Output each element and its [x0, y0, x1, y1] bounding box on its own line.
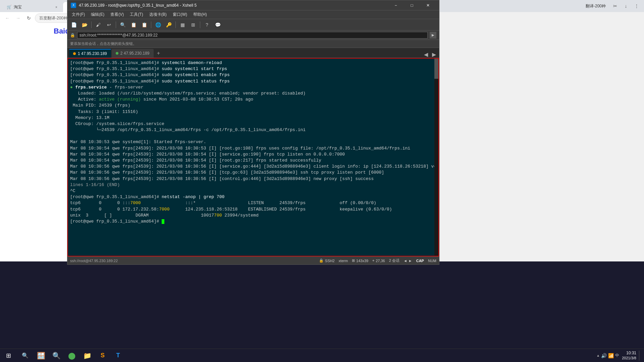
forward-button[interactable]: →: [13, 13, 23, 23]
taskbar-app-sublime[interactable]: S: [95, 349, 110, 362]
toolbar-undo[interactable]: ↩: [104, 20, 114, 29]
download-icon[interactable]: ↓: [621, 1, 631, 11]
language-icon[interactable]: 中: [615, 353, 619, 358]
taskbar-app-chrome[interactable]: ⬤: [64, 349, 79, 362]
maximize-button[interactable]: □: [404, 0, 420, 10]
xshell-titlebar: X 47.95.230.189 - root@qwe:/opt/frp_0.35…: [67, 0, 439, 10]
term-line-13: Mar 08 10:30:53 qwe systemd[1]: Started …: [70, 139, 436, 145]
term-line-18: Mar 08 10:30:56 qwe frps[24539]: 2021/03…: [70, 170, 436, 176]
session-tabs: 1 47.95.230.189 2 47.95.230.189 + ◀ ▶: [67, 48, 439, 58]
toolbar-new[interactable]: 📄: [69, 20, 78, 29]
taobao-tab-close[interactable]: ×: [54, 4, 59, 10]
term-line-8: Tasks: 3 (limit: 11516): [70, 109, 436, 115]
term-line-15: Mar 08 10:30:54 qwe frps[24539]: 2021/03…: [70, 152, 436, 158]
menu-edit[interactable]: 编辑(E): [88, 11, 107, 18]
toolbar-sep4: [175, 21, 176, 28]
status-sessions: 2 会话: [389, 258, 399, 263]
menu-tab[interactable]: 选项卡(B): [147, 11, 169, 18]
term-line-19: Mar 08 10:30:56 qwe frps[24539]: 2021/03…: [70, 176, 436, 182]
status-ssh-label: SSH2: [325, 259, 335, 263]
scissors-icon[interactable]: ✂: [610, 1, 620, 11]
more-icon[interactable]: ⋮: [632, 1, 641, 11]
term-line-4: ● frps.service - frps-server: [70, 84, 436, 90]
nav-left-icon[interactable]: ◄: [404, 259, 407, 263]
menu-window[interactable]: 窗口(W): [170, 11, 190, 18]
close-button[interactable]: ✕: [420, 0, 436, 10]
term-line-14: Mar 08 10:30:54 qwe frps[24539]: 2021/03…: [70, 145, 436, 152]
reload-button[interactable]: ↻: [24, 13, 34, 23]
status-connection: ssh://root@47.95.230.189:22: [70, 259, 118, 263]
speaker-icon[interactable]: 🔊: [601, 353, 607, 358]
term-line-21: ^C: [70, 188, 436, 194]
tab-2-label: 2 47.95.230.189: [120, 51, 150, 56]
network-icon[interactable]: 📶: [608, 353, 614, 358]
tab-scroll-right[interactable]: ▶: [431, 51, 437, 58]
show-desktop-button[interactable]: [639, 351, 641, 361]
xshell-toolbar: 📄 📂 🖌 ↩ 🔍 📋 📋 🌐 🔑 ▦ ⊞ ? 💬: [67, 19, 439, 31]
new-tab-button[interactable]: +: [154, 49, 163, 58]
tab-dot-2: [116, 52, 118, 55]
num-label: NUM: [428, 259, 436, 263]
address-input[interactable]: [77, 32, 428, 39]
taobao-tab-label: 淘宝: [14, 4, 22, 10]
menu-view[interactable]: 查看(V): [108, 11, 126, 18]
toolbar-key[interactable]: 🔑: [164, 20, 173, 29]
xshell-title-area: X 47.95.230.189 - root@qwe:/opt/frp_0.35…: [71, 3, 197, 8]
nav-right-icon[interactable]: ►: [409, 259, 412, 263]
back-button[interactable]: ←: [3, 13, 12, 23]
term-line-5: Loaded: loaded (/usr/lib/systemd/system/…: [70, 90, 436, 97]
address-go-button[interactable]: ▶: [430, 32, 436, 39]
taskbar-app-search[interactable]: 🔍: [49, 349, 64, 362]
toolbar-grid[interactable]: ⊞: [189, 20, 198, 29]
cap-label: CAP: [416, 259, 424, 263]
taskbar-app-filemanager[interactable]: 📁: [80, 349, 95, 362]
toolbar-connect[interactable]: 🌐: [153, 20, 163, 29]
toolbar-open[interactable]: 📂: [80, 20, 89, 29]
search-icon: 🔍: [22, 352, 29, 359]
toolbar-brush[interactable]: 🖌: [94, 20, 103, 29]
terminal-area[interactable]: [root@qwe frp_0.35.1_linux_amd64]# syste…: [67, 58, 439, 256]
toolbar-session[interactable]: 🔍: [118, 20, 127, 29]
xshell-title-text: 47.95.230.189 - root@qwe:/opt/frp_0.35.1…: [79, 3, 197, 8]
status-cap: CAP: [416, 259, 424, 263]
status-nav: ◄ ►: [404, 259, 412, 263]
taskbar-app-explorer[interactable]: 🪟: [34, 349, 48, 362]
terminal-scrollbar[interactable]: [434, 59, 438, 256]
taskbar-clock[interactable]: 10:31 2021/3/8: [622, 351, 636, 361]
browser-tab-taobao[interactable]: 🛒 淘宝 ×: [3, 2, 63, 12]
term-line-3: [root@qwe frp_0.35.1_linux_amd64]# sudo …: [70, 78, 436, 84]
status-position: ⌖ 27,36: [372, 258, 385, 263]
minimize-button[interactable]: −: [388, 0, 404, 10]
session-tab-1[interactable]: 1 47.95.230.189: [69, 49, 111, 58]
sessions-label: 2 会话: [389, 258, 399, 263]
term-line-1: [root@qwe frp_0.35.1_linux_amd64]# sudo …: [70, 66, 436, 72]
taskbar-app-t[interactable]: T: [111, 349, 125, 362]
menu-file[interactable]: 文件(F): [69, 11, 88, 18]
term-line-17: Mar 08 10:30:56 qwe frps[24539]: 2021/03…: [70, 164, 436, 170]
tab-scroll-left[interactable]: ◀: [423, 51, 429, 58]
session-tab-2[interactable]: 2 47.95.230.189: [112, 49, 154, 58]
tab-dot-1: [73, 52, 76, 55]
term-line-26: [root@qwe frp_0.35.1_linux_amd64]#: [70, 219, 436, 225]
xshell-statusbar: ssh://root@47.95.230.189:22 🔒 SSH2 xterm…: [67, 256, 439, 264]
term-line-7: Main PID: 24539 (frps): [70, 103, 436, 109]
arrow-up-icon[interactable]: ▲: [596, 354, 600, 357]
toolbar-paste[interactable]: 📋: [140, 20, 149, 29]
status-num: NUM: [428, 259, 436, 263]
taobao-favicon: 🛒: [7, 5, 12, 9]
xshell-icon: X: [71, 3, 76, 8]
toolbar-copy[interactable]: 📋: [129, 20, 138, 29]
status-xterm-label: xterm: [339, 259, 348, 263]
toolbar-comment[interactable]: 💬: [213, 20, 222, 29]
start-button[interactable]: ⊞: [0, 349, 17, 362]
toolbar-layout[interactable]: ▦: [178, 20, 187, 29]
toolbar-sep5: [200, 21, 200, 28]
menu-help[interactable]: 帮助(H): [191, 11, 210, 18]
term-line-0: [root@qwe frp_0.35.1_linux_amd64]# syste…: [70, 60, 436, 66]
toolbar-sep3: [151, 21, 151, 28]
menu-tools[interactable]: 工具(T): [127, 11, 146, 18]
toolbar-help[interactable]: ?: [202, 20, 212, 29]
term-line-2: [root@qwe frp_0.35.1_linux_amd64]# sudo …: [70, 72, 436, 78]
search-button[interactable]: 🔍: [17, 349, 34, 362]
infobar-text: 要添加当前会话，点击左侧的前头按钮。: [70, 41, 137, 46]
